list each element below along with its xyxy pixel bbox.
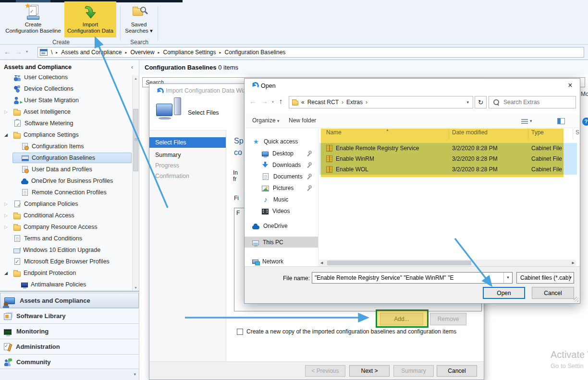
address-dropdown-icon[interactable]: ▾ [466, 100, 469, 105]
collapse-tree-icon[interactable]: ◢ [4, 271, 10, 275]
dialog-back-icon[interactable]: ← [249, 97, 257, 105]
sidebar-item-conditional-access[interactable]: ▷Conditional Access [0, 210, 132, 221]
file-name-input[interactable]: "Enable Remote Registry Service" "Enable… [312, 272, 513, 284]
hscroll-thumb[interactable] [327, 261, 471, 265]
dialog-nav-this-pc[interactable]: This PC [245, 237, 318, 248]
breadcrumb-item[interactable]: Assets and Compliance [61, 49, 122, 56]
expand-tree-icon[interactable]: ▷ [4, 225, 10, 229]
dialog-cancel-button[interactable]: Cancel [532, 287, 574, 299]
dialog-nav-onedrive[interactable]: OneDrive [245, 220, 318, 231]
breadcrumb-item[interactable]: Compliance Settings [163, 49, 216, 56]
sidebar-item-microsoft-edge-browser-profiles[interactable]: Microsoft Edge Browser Profiles [0, 256, 132, 267]
sidebar-item-antimalware-policies[interactable]: Antimalware Policies [0, 279, 132, 290]
address-crumb[interactable]: Extras [346, 99, 363, 106]
expand-tree-icon[interactable]: ▷ [4, 213, 10, 218]
dialog-nav-network[interactable]: Network [245, 256, 318, 267]
console-icon[interactable] [40, 49, 48, 56]
expand-tree-icon[interactable]: ▷ [4, 202, 10, 206]
address-prefix[interactable]: « [301, 99, 305, 106]
breadcrumb-item[interactable]: Configuration Baselines [225, 49, 286, 56]
dialog-search-box[interactable]: Search Extras [489, 96, 576, 108]
horizontal-scrollbar[interactable]: ◀ ▶ [319, 260, 576, 266]
dialog-history-icon[interactable]: ▾ [272, 100, 274, 104]
collapse-panel-icon[interactable]: ‹ [131, 64, 133, 71]
scrollbar-thumb[interactable] [133, 109, 138, 171]
workspace-software-library[interactable]: Software Library [0, 308, 139, 323]
sidebar-item-asset-intelligence[interactable]: ▷Asset Intelligence [0, 107, 132, 117]
workspace-monitoring[interactable]: Monitoring [0, 323, 139, 339]
previous-button[interactable]: < Previous [305, 365, 345, 377]
create-copy-checkbox[interactable] [237, 329, 243, 335]
view-mode-dropdown-icon[interactable]: ▾ [530, 119, 532, 123]
file-type-filter[interactable]: Cabinet files (*.cab)▾ [516, 272, 574, 284]
address-crumb[interactable]: Recast RCT [307, 99, 339, 106]
sidebar-item-remote-connection-profiles[interactable]: Remote Connection Profiles [0, 187, 132, 198]
preview-pane-icon[interactable] [557, 118, 565, 124]
refresh-icon[interactable]: ↻ [475, 96, 487, 108]
next-button[interactable]: Next > [349, 365, 390, 377]
wizard-step-progress[interactable]: Progress [149, 160, 226, 171]
dialog-nav-desktop[interactable]: Desktop [245, 148, 318, 159]
filter-dropdown-icon[interactable]: ▾ [569, 275, 572, 280]
workspace-community[interactable]: Community [0, 354, 139, 369]
dialog-nav-documents[interactable]: Documents [245, 171, 318, 182]
summary-button[interactable]: Summary [393, 365, 434, 377]
new-folder-button[interactable]: New folder [289, 117, 316, 124]
sidebar-item-configuration-baselines[interactable]: Configuration Baselines [12, 153, 132, 163]
sidebar-item-endpoint-protection[interactable]: ◢Endpoint Protection [0, 268, 132, 278]
close-icon[interactable]: × [564, 81, 576, 91]
sidebar-item-user-state-migration[interactable]: User State Migration [0, 95, 132, 106]
up-directory-icon[interactable]: ↑ [279, 97, 283, 105]
workspace-administration[interactable]: Administration [0, 339, 139, 354]
column-separator[interactable] [573, 129, 573, 139]
sidebar-item-company-resource-access[interactable]: ▷Company Resource Access [0, 222, 132, 232]
organize-menu[interactable]: Organize ▾ [252, 117, 280, 124]
dialog-nav-music[interactable]: Music [245, 194, 318, 205]
history-dropdown-icon[interactable]: ▾ [26, 49, 28, 54]
file-name-dropdown-icon[interactable]: ▾ [503, 273, 512, 283]
sidebar-scrollbar[interactable]: ▲ ▼ [132, 75, 139, 291]
scroll-up-icon[interactable]: ▲ [133, 77, 139, 80]
collapse-tree-icon[interactable]: ◢ [4, 132, 10, 137]
create-configuration-baseline-button[interactable]: ✓★ Create Configuration Baseline [3, 3, 63, 37]
saved-searches-button[interactable]: Saved Searches ▾ [123, 3, 155, 37]
address-bar[interactable]: « Recast RCT › Extras › ▾ [289, 96, 473, 108]
back-arrow-icon[interactable]: ← [4, 48, 11, 56]
open-button[interactable]: Open [483, 287, 525, 299]
sidebar-item-terms-and-conditions[interactable]: Terms and Conditions [0, 233, 132, 244]
sidebar-item-user-data-and-profiles[interactable]: User Data and Profiles [0, 164, 132, 175]
wizard-step-summary[interactable]: Summary [149, 150, 226, 160]
view-mode-icon[interactable] [521, 119, 528, 125]
remove-button[interactable]: Remove [430, 313, 466, 325]
sidebar-item-onedrive-for-business-profiles[interactable]: OneDrive for Business Profiles [0, 176, 132, 186]
breadcrumb-item[interactable]: Overview [130, 49, 154, 56]
files-listbox-item[interactable]: F [236, 210, 240, 216]
sidebar-item-user-collections[interactable]: User Collections [0, 75, 132, 83]
dialog-nav-quick-access[interactable]: Quick access [245, 136, 318, 147]
dialog-nav-videos[interactable]: Videos [245, 205, 318, 216]
dialog-forward-icon[interactable]: → [261, 97, 268, 105]
help-icon[interactable] [582, 118, 588, 126]
forward-arrow-icon[interactable]: → [15, 48, 22, 56]
scroll-right-icon[interactable]: ▶ [572, 261, 575, 265]
sidebar-item-device-collections[interactable]: Device Collections [0, 83, 132, 94]
sidebar-item-windows-10-edition-upgrade[interactable]: Windows 10 Edition Upgrade [0, 245, 132, 255]
breadcrumb-root[interactable]: \ [51, 49, 52, 56]
sidebar-item-compliance-policies[interactable]: ▷Compliance Policies [0, 199, 132, 209]
wizard-step-select-files[interactable]: Select Files [149, 137, 226, 148]
wizard-cancel-button[interactable]: Cancel [437, 365, 477, 377]
workspace-assets-and-compliance[interactable]: Assets and Compliance [0, 293, 139, 308]
nav-options-chevron-icon[interactable]: ▾ [134, 372, 136, 377]
sidebar-item-compliance-settings[interactable]: ◢Compliance Settings [0, 130, 132, 140]
import-configuration-data-button[interactable]: Import Configuration Data [64, 1, 116, 37]
sidebar-item-software-metering[interactable]: Software Metering [0, 118, 132, 129]
dialog-nav-downloads[interactable]: Downloads [245, 159, 318, 170]
wizard-step-confirmation[interactable]: Confirmation [149, 171, 226, 181]
sidebar-item-configuration-items[interactable]: Configuration Items [0, 141, 132, 152]
scroll-down-icon[interactable]: ▼ [133, 286, 139, 289]
column-header-size-fragment[interactable]: S [576, 129, 579, 136]
expand-tree-icon[interactable]: ▷ [4, 109, 10, 114]
scroll-left-icon[interactable]: ◀ [320, 261, 323, 265]
resize-grip[interactable] [574, 297, 578, 302]
dialog-nav-pictures[interactable]: Pictures [245, 182, 318, 193]
